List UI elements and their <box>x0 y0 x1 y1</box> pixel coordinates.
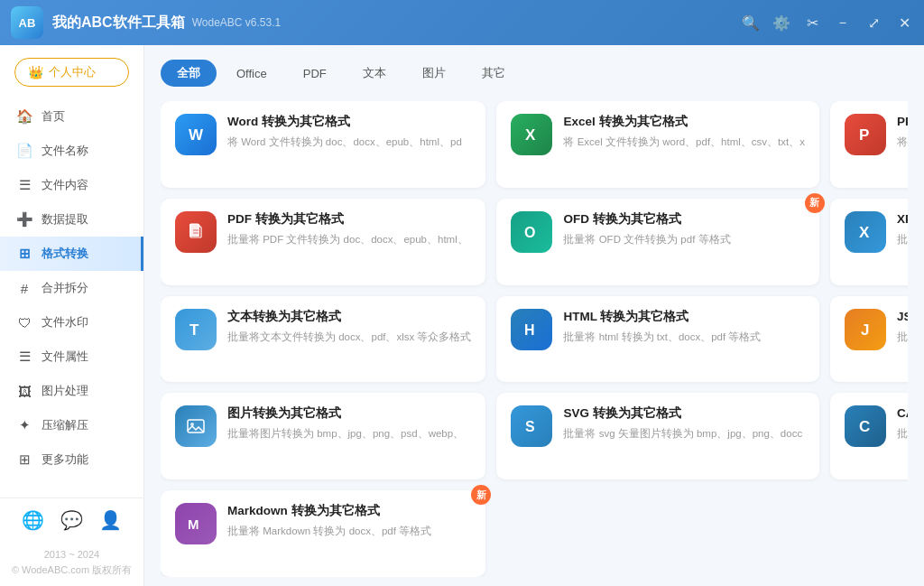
tab-all[interactable]: 全部 <box>161 60 217 87</box>
app-logo: AB <box>11 6 43 39</box>
settings-icon[interactable]: ⚙️ <box>772 14 790 32</box>
svg-text:H: H <box>524 322 535 338</box>
sidebar-label-more: 更多功能 <box>42 451 88 468</box>
cards-grid: W Word 转换为其它格式 将 Word 文件转换为 doc、docx、epu… <box>161 101 908 577</box>
card-desc-html: 批量将 html 转换为 txt、docx、pdf 等格式 <box>563 330 804 344</box>
sidebar-item-more[interactable]: ⊞更多功能 <box>0 442 143 477</box>
card-image[interactable]: 图片转换为其它格式 批量将图片转换为 bmp、jpg、png、psd、webp、 <box>161 393 485 479</box>
search-icon[interactable]: 🔍 <box>742 14 760 32</box>
formatconvert-icon: ⊞ <box>16 246 32 262</box>
sidebar: 👑 个人中心 🏠首页📄文件名称☰文件内容➕数据提取⊞格式转换#合并拆分🛡文件水印… <box>0 45 144 586</box>
card-word[interactable]: W Word 转换为其它格式 将 Word 文件转换为 doc、docx、epu… <box>161 101 485 188</box>
card-ppt[interactable]: P PPT 转换为其它格式 将 PPT 文件转换为 html、pdf、ppt、p… <box>830 101 908 188</box>
card-title-text: 文本转换为其它格式 <box>227 309 471 325</box>
svg-text:M: M <box>188 516 199 532</box>
sidebar-item-fileattr[interactable]: ☰文件属性 <box>0 340 143 374</box>
card-cad[interactable]: C CAD 转换为其它格式 批量将 cad 转换为 pdf 等格式 <box>830 393 908 479</box>
card-desc-pdf: 批量将 PDF 文件转换为 doc、docx、epub、html、 <box>227 232 471 246</box>
card-desc-cad: 批量将 cad 转换为 pdf 等格式 <box>897 426 908 441</box>
svg-text:J: J <box>861 321 869 339</box>
sidebar-label-home: 首页 <box>42 108 65 125</box>
sidebar-label-dataextract: 数据提取 <box>42 211 88 228</box>
card-title-html: HTML 转换为其它格式 <box>563 309 804 325</box>
sidebar-item-formatconvert[interactable]: ⊞格式转换 <box>0 237 143 271</box>
svg-text:S: S <box>525 419 535 434</box>
svg-text:X: X <box>859 224 870 241</box>
sidebar-item-mergesplit[interactable]: #合并拆分 <box>0 271 143 305</box>
sidebar-item-compress[interactable]: ✦压缩解压 <box>0 408 143 442</box>
card-title-word: Word 转换为其它格式 <box>227 114 471 130</box>
main-layout: 👑 个人中心 🏠首页📄文件名称☰文件内容➕数据提取⊞格式转换#合并拆分🛡文件水印… <box>0 45 924 586</box>
cad-icon: C <box>845 405 886 447</box>
sidebar-item-imgprocess[interactable]: 🖼图片处理 <box>0 374 143 408</box>
card-text-pdf: PDF 转换为其它格式 批量将 PDF 文件转换为 doc、docx、epub、… <box>227 211 471 246</box>
card-text-image: 图片转换为其它格式 批量将图片转换为 bmp、jpg、png、psd、webp、 <box>227 405 471 441</box>
filecontent-icon: ☰ <box>16 177 32 193</box>
user-icon[interactable]: 👤 <box>99 509 122 531</box>
card-text-cad: CAD 转换为其它格式 批量将 cad 转换为 pdf 等格式 <box>897 405 908 441</box>
user-center-button[interactable]: 👑 个人中心 <box>14 58 129 87</box>
crown-icon: 👑 <box>28 65 43 79</box>
tab-pdf[interactable]: PDF <box>287 60 343 87</box>
sidebar-label-compress: 压缩解压 <box>42 417 88 433</box>
card-pdf[interactable]: PDF 转换为其它格式 批量将 PDF 文件转换为 doc、docx、epub、… <box>161 199 485 285</box>
scissors-icon[interactable]: ✂ <box>803 14 821 32</box>
word-icon: W <box>175 114 217 155</box>
minimize-button[interactable]: － <box>834 14 852 33</box>
ofd-icon: O <box>511 211 552 253</box>
tab-text[interactable]: 文本 <box>346 60 402 87</box>
json-icon: J <box>845 309 886 350</box>
badge-new-markdown: 新 <box>471 485 491 505</box>
card-title-xps: XPS 转换为其它格式 <box>897 211 908 228</box>
sidebar-label-filecontent: 文件内容 <box>42 177 88 193</box>
xps-icon: X <box>845 211 886 253</box>
card-desc-word: 将 Word 文件转换为 doc、docx、epub、html、pd <box>227 135 471 149</box>
copyright: 2013 ~ 2024 © WodeABC.com 版权所有 <box>0 542 143 586</box>
tab-office[interactable]: Office <box>220 60 283 87</box>
card-text-ofd: OFD 转换为其它格式 批量将 OFD 文件转换为 pdf 等格式 <box>563 211 804 246</box>
sidebar-item-filename[interactable]: 📄文件名称 <box>0 134 143 168</box>
markdown-icon: M <box>175 503 217 544</box>
card-excel[interactable]: X Excel 转换为其它格式 将 Excel 文件转换为 word、pdf、h… <box>496 101 818 188</box>
card-title-markdown: Markdown 转换为其它格式 <box>227 503 471 519</box>
sidebar-label-mergesplit: 合并拆分 <box>42 280 88 296</box>
svg-text:P: P <box>859 126 869 144</box>
card-markdown[interactable]: M Markdown 转换为其它格式 批量将 Markdown 转换为 docx… <box>161 490 485 577</box>
window-controls: 🔍 ⚙️ ✂ － ⤢ ✕ <box>742 14 913 33</box>
sidebar-label-imgprocess: 图片处理 <box>42 383 88 399</box>
home-icon: 🏠 <box>16 108 32 125</box>
card-title-pdf: PDF 转换为其它格式 <box>227 211 471 228</box>
svg-text:W: W <box>189 126 204 144</box>
card-text-text: 文本转换为其它格式 批量将文本文件转换为 docx、pdf、xlsx 等众多格式 <box>227 309 471 344</box>
chat-icon[interactable]: 💬 <box>60 509 83 531</box>
card-title-svg: SVG 转换为其它格式 <box>563 405 804 422</box>
text-icon: T <box>175 309 217 350</box>
close-button[interactable]: ✕ <box>895 14 913 32</box>
restore-button[interactable]: ⤢ <box>864 14 882 32</box>
sidebar-label-fileattr: 文件属性 <box>42 349 88 365</box>
svg-text:O: O <box>524 225 535 240</box>
card-svg[interactable]: S SVG 转换为其它格式 批量将 svg 矢量图片转换为 bmp、jpg、pn… <box>496 393 818 479</box>
card-html[interactable]: H HTML 转换为其它格式 批量将 html 转换为 txt、docx、pdf… <box>496 296 818 383</box>
card-title-ppt: PPT 转换为其它格式 <box>897 114 908 130</box>
card-text[interactable]: T 文本转换为其它格式 批量将文本文件转换为 docx、pdf、xlsx 等众多… <box>161 296 485 383</box>
svg-icon: S <box>511 405 552 447</box>
sidebar-item-filecontent[interactable]: ☰文件内容 <box>0 168 143 202</box>
sidebar-item-dataextract[interactable]: ➕数据提取 <box>0 202 143 237</box>
titlebar: AB 我的ABC软件工具箱 WodeABC v6.53.1 🔍 ⚙️ ✂ － ⤢… <box>0 0 924 45</box>
app-title: 我的ABC软件工具箱 <box>52 14 185 33</box>
tab-image[interactable]: 图片 <box>406 60 462 87</box>
card-desc-markdown: 批量将 Markdown 转换为 docx、pdf 等格式 <box>227 524 471 538</box>
filename-icon: 📄 <box>16 143 32 159</box>
tab-other[interactable]: 其它 <box>466 60 522 87</box>
card-json[interactable]: J JSON 转换为其它格式 批量将 JSON 文件转换为可视化的思维导图或其它… <box>830 296 908 383</box>
card-desc-xps: 批量将 XPS 文件转换为 pdf 格式 <box>897 232 908 246</box>
card-title-excel: Excel 转换为其它格式 <box>563 114 804 130</box>
browser-icon[interactable]: 🌐 <box>22 509 44 531</box>
sidebar-item-watermark[interactable]: 🛡文件水印 <box>0 305 143 340</box>
sidebar-footer: 🌐 💬 👤 <box>0 498 143 542</box>
sidebar-item-home[interactable]: 🏠首页 <box>0 99 143 134</box>
card-ofd[interactable]: O OFD 转换为其它格式 批量将 OFD 文件转换为 pdf 等格式 新 <box>496 199 818 285</box>
card-desc-image: 批量将图片转换为 bmp、jpg、png、psd、webp、 <box>227 426 471 441</box>
card-xps[interactable]: X XPS 转换为其它格式 批量将 XPS 文件转换为 pdf 格式 <box>830 199 908 285</box>
